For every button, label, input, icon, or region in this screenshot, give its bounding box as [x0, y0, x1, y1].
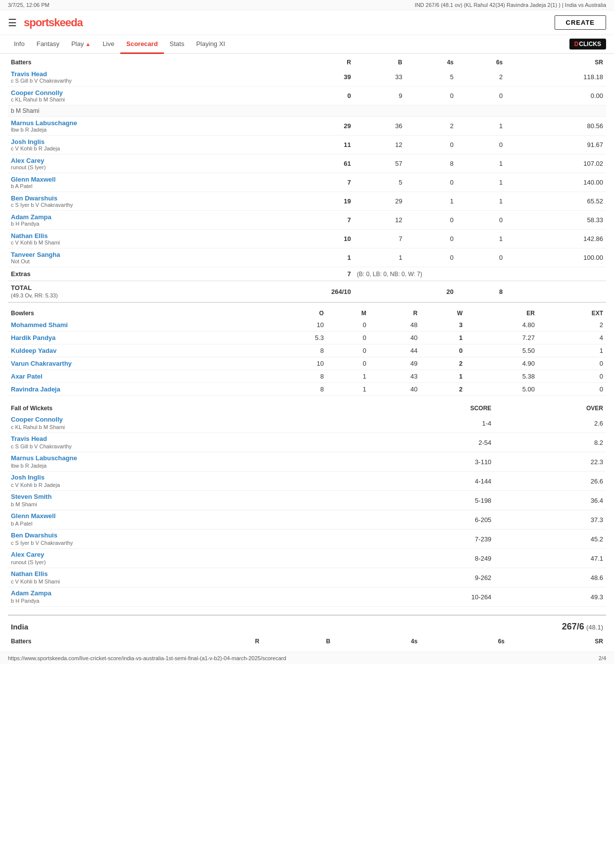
nav-tabs-bar: Info Fantasy Play ▲ Live Scorecard Stats… — [0, 35, 614, 54]
bowler-name[interactable]: Kuldeep Yadav — [8, 344, 269, 357]
fow-player-name[interactable]: Glenn Maxwell — [11, 512, 358, 520]
batter-info: Nathan Ellis c V Kohli b M Shami — [8, 230, 263, 248]
fow-player-name[interactable]: Josh Inglis — [11, 474, 358, 481]
batter-6s: 1 — [457, 154, 506, 173]
col-batters: Batters — [8, 57, 263, 68]
batter-info: Marnus Labuschagne lbw b R Jadeja — [8, 117, 263, 136]
tab-fantasy[interactable]: Fantasy — [31, 35, 65, 54]
batter-4s: 0 — [405, 173, 457, 192]
player-name[interactable]: Tanveer Sangha — [11, 251, 260, 258]
fow-player-name[interactable]: Cooper Connolly — [11, 416, 358, 423]
player-name[interactable]: Josh Inglis — [11, 138, 260, 145]
bowler-name[interactable]: Mohammed Shami — [8, 319, 269, 332]
player-dismissal: lbw b R Jadeja — [11, 127, 260, 133]
fow-col-player: Fall of Wickets — [8, 403, 361, 414]
batter-4s: 0 — [405, 87, 457, 105]
player-dismissal: c S Gill b V Chakravarthy — [11, 78, 260, 84]
fow-table: Fall of Wickets SCORE OVER Cooper Connol… — [8, 403, 606, 607]
fow-player-name[interactable]: Nathan Ellis — [11, 570, 358, 578]
create-button[interactable]: CREATE — [555, 15, 606, 30]
tab-live[interactable]: Live — [97, 35, 120, 54]
fow-dismissal: lbw b R Jadeja — [11, 463, 47, 469]
footer-url: https://www.sportskeeda.com/live-cricket… — [8, 655, 286, 661]
player-name[interactable]: Ben Dwarshuis — [11, 194, 260, 202]
hamburger-icon[interactable]: ☰ — [8, 17, 17, 29]
player-name[interactable]: Glenn Maxwell — [11, 176, 260, 183]
india-score: 267/6 (48.1) — [562, 622, 603, 632]
batter-b: 29 — [354, 192, 406, 211]
table-row: Hardik Pandya 5.3 0 40 1 7.27 4 — [8, 332, 606, 344]
dclicks-badge[interactable]: DCLICKS — [569, 39, 606, 49]
batter-info: Cooper Connolly c KL Rahul b M Shami — [8, 87, 263, 105]
fow-player-name[interactable]: Marnus Labuschagne — [11, 454, 358, 462]
fow-player-name[interactable]: Adam Zampa — [11, 589, 358, 597]
batting-table: Batters R B 4s 6s SR Travis Head c S Gil… — [8, 57, 606, 303]
batter-4s: 5 — [405, 68, 457, 87]
player-dismissal: b A Patel — [11, 183, 260, 189]
bowler-name[interactable]: Axar Patel — [8, 370, 269, 383]
player-name[interactable]: Travis Head — [11, 70, 260, 78]
fow-player-name[interactable]: Steven Smith — [11, 493, 358, 500]
fall-of-wickets-section: Fall of Wickets SCORE OVER Cooper Connol… — [8, 403, 606, 607]
fow-dismissal: c S Gill b V Chakravarthy — [11, 443, 72, 449]
batter-b: 12 — [354, 136, 406, 154]
nav-left: ☰ sportskeeda — [8, 16, 83, 29]
batter-info: Travis Head c S Gill b V Chakravarthy — [8, 68, 263, 87]
india-team-label: India — [11, 623, 28, 631]
tab-stats[interactable]: Stats — [164, 35, 191, 54]
batter-6s: 0 — [457, 87, 506, 105]
batter-sr: 118.18 — [506, 68, 606, 87]
footer-url-bar: https://www.sportskeeda.com/live-cricket… — [0, 652, 614, 664]
batter-r: 0 — [263, 87, 354, 105]
batter-b: 1 — [354, 248, 406, 267]
batter-b: 5 — [354, 173, 406, 192]
table-row: Steven Smith b M Shami 5-198 36.4 — [8, 491, 606, 510]
india-batting-header-table: Batters R B 4s 6s SR — [8, 636, 606, 647]
fow-player-name[interactable]: Ben Dwarshuis — [11, 531, 358, 539]
table-row: Ravindra Jadeja 8 1 40 2 5.00 0 — [8, 383, 606, 396]
batter-4s: 0 — [405, 211, 457, 230]
batter-4s: 8 — [405, 154, 457, 173]
batter-6s: 1 — [457, 192, 506, 211]
player-name[interactable]: Marnus Labuschagne — [11, 119, 260, 127]
bowlers-header-row: Bowlers O M R W ER EXT — [8, 308, 606, 319]
tab-playing-xi[interactable]: Playing XI — [190, 35, 231, 54]
total-label: TOTAL (49.3 Ov, RR: 5.33) — [8, 281, 263, 303]
col-6s: 6s — [457, 57, 506, 68]
bowler-name[interactable]: Varun Chakravarthy — [8, 357, 269, 370]
tab-scorecard[interactable]: Scorecard — [120, 35, 164, 54]
batter-4s: 0 — [405, 248, 457, 267]
player-name[interactable]: Cooper Connolly — [11, 89, 260, 96]
col-r: R — [263, 57, 354, 68]
player-dismissal: runout (S Iyer) — [11, 164, 260, 170]
table-row: Alex Carey runout (S Iyer) 8-249 47.1 — [8, 549, 606, 568]
table-row: Cooper Connolly c KL Rahul b M Shami 1-4… — [8, 414, 606, 433]
fow-dismissal: b A Patel — [11, 521, 32, 527]
batter-r: 7 — [263, 173, 354, 192]
player-name[interactable]: Adam Zampa — [11, 213, 260, 221]
bowler-name[interactable]: Ravindra Jadeja — [8, 383, 269, 396]
batter-6s: 1 — [457, 230, 506, 248]
fow-player: Ben Dwarshuis c S Iyer b V Chakravarthy — [8, 530, 361, 549]
bowler-name[interactable]: Hardik Pandya — [8, 332, 269, 344]
table-row: Josh Inglis c V Kohli b R Jadeja 11 12 0… — [8, 136, 606, 154]
fow-player: Marnus Labuschagne lbw b R Jadeja — [8, 452, 361, 472]
tab-info[interactable]: Info — [8, 35, 31, 54]
bowlers-table: Bowlers O M R W ER EXT Mohammed Shami 10… — [8, 308, 606, 396]
tab-play[interactable]: Play ▲ — [65, 35, 97, 54]
batter-info: Glenn Maxwell b A Patel — [8, 173, 263, 192]
batter-r: 61 — [263, 154, 354, 173]
table-row: Ben Dwarshuis c S Iyer b V Chakravarthy … — [8, 192, 606, 211]
col-b-india: B — [262, 636, 333, 647]
table-row: Mohammed Shami 10 0 48 3 4.80 2 — [8, 319, 606, 332]
batter-6s: 1 — [457, 173, 506, 192]
player-name[interactable]: Alex Carey — [11, 157, 260, 164]
batting-note: b M Shami — [8, 105, 606, 117]
fow-player-name[interactable]: Travis Head — [11, 435, 358, 442]
total-b — [354, 281, 406, 303]
batter-sr: 91.67 — [506, 136, 606, 154]
table-row: Marnus Labuschagne lbw b R Jadeja 29 36 … — [8, 117, 606, 136]
player-name[interactable]: Nathan Ellis — [11, 232, 260, 240]
fow-player-name[interactable]: Alex Carey — [11, 551, 358, 558]
fow-player: Nathan Ellis c V Kohli b M Shami — [8, 568, 361, 587]
